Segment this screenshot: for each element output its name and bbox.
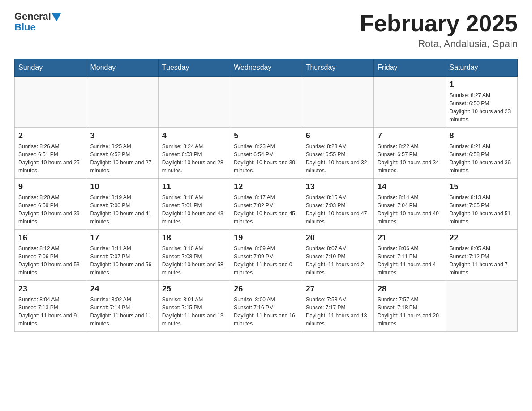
day-info: Sunrise: 8:23 AM Sunset: 6:54 PM Dayligh…: [234, 142, 298, 175]
day-of-week-header: Saturday: [446, 59, 517, 77]
calendar-cell: 28Sunrise: 7:57 AM Sunset: 7:18 PM Dayli…: [374, 281, 446, 332]
calendar-cell: 25Sunrise: 8:01 AM Sunset: 7:15 PM Dayli…: [158, 281, 230, 332]
day-info: Sunrise: 8:07 AM Sunset: 7:10 PM Dayligh…: [306, 244, 370, 277]
calendar-cell: 15Sunrise: 8:13 AM Sunset: 7:05 PM Dayli…: [446, 179, 517, 230]
calendar-cell: 13Sunrise: 8:15 AM Sunset: 7:03 PM Dayli…: [302, 179, 373, 230]
calendar-cell: [230, 77, 302, 128]
day-info: Sunrise: 8:20 AM Sunset: 6:59 PM Dayligh…: [18, 193, 82, 226]
day-info: Sunrise: 8:04 AM Sunset: 7:13 PM Dayligh…: [18, 295, 82, 328]
week-row: 23Sunrise: 8:04 AM Sunset: 7:13 PM Dayli…: [15, 281, 518, 332]
calendar-cell: 17Sunrise: 8:11 AM Sunset: 7:07 PM Dayli…: [86, 230, 158, 281]
day-number: 6: [306, 131, 370, 141]
day-number: 26: [234, 284, 298, 294]
day-number: 24: [90, 284, 154, 294]
day-number: 13: [306, 182, 370, 192]
calendar-cell: 10Sunrise: 8:19 AM Sunset: 7:00 PM Dayli…: [86, 179, 158, 230]
day-of-week-header: Wednesday: [230, 59, 302, 77]
calendar-cell: 2Sunrise: 8:26 AM Sunset: 6:51 PM Daylig…: [15, 128, 86, 179]
calendar-cell: 23Sunrise: 8:04 AM Sunset: 7:13 PM Dayli…: [15, 281, 86, 332]
day-info: Sunrise: 8:11 AM Sunset: 7:07 PM Dayligh…: [90, 244, 154, 277]
logo: General Blue: [14, 11, 61, 33]
day-number: 25: [162, 284, 226, 294]
title-area: February 2025 Rota, Andalusia, Spain: [360, 11, 518, 50]
day-info: Sunrise: 8:01 AM Sunset: 7:15 PM Dayligh…: [162, 295, 226, 328]
calendar-cell: 11Sunrise: 8:18 AM Sunset: 7:01 PM Dayli…: [158, 179, 230, 230]
day-info: Sunrise: 8:15 AM Sunset: 7:03 PM Dayligh…: [306, 193, 370, 226]
calendar-cell: 21Sunrise: 8:06 AM Sunset: 7:11 PM Dayli…: [374, 230, 446, 281]
day-info: Sunrise: 8:02 AM Sunset: 7:14 PM Dayligh…: [90, 295, 154, 328]
day-info: Sunrise: 8:17 AM Sunset: 7:02 PM Dayligh…: [234, 193, 298, 226]
day-number: 21: [378, 233, 442, 243]
day-number: 20: [306, 233, 370, 243]
week-row: 16Sunrise: 8:12 AM Sunset: 7:06 PM Dayli…: [15, 230, 518, 281]
day-info: Sunrise: 8:18 AM Sunset: 7:01 PM Dayligh…: [162, 193, 226, 226]
day-number: 22: [450, 233, 514, 243]
day-number: 4: [162, 131, 226, 141]
day-number: 2: [18, 131, 82, 141]
day-info: Sunrise: 8:25 AM Sunset: 6:52 PM Dayligh…: [90, 142, 154, 175]
day-number: 18: [162, 233, 226, 243]
calendar-cell: 24Sunrise: 8:02 AM Sunset: 7:14 PM Dayli…: [86, 281, 158, 332]
day-number: 7: [378, 131, 442, 141]
calendar-cell: 22Sunrise: 8:05 AM Sunset: 7:12 PM Dayli…: [446, 230, 517, 281]
calendar-cell: 26Sunrise: 8:00 AM Sunset: 7:16 PM Dayli…: [230, 281, 302, 332]
location-text: Rota, Andalusia, Spain: [360, 38, 518, 50]
calendar-cell: 6Sunrise: 8:23 AM Sunset: 6:55 PM Daylig…: [302, 128, 373, 179]
calendar-cell: 9Sunrise: 8:20 AM Sunset: 6:59 PM Daylig…: [15, 179, 86, 230]
day-number: 1: [450, 80, 514, 90]
day-of-week-header: Sunday: [15, 59, 86, 77]
week-row: 2Sunrise: 8:26 AM Sunset: 6:51 PM Daylig…: [15, 128, 518, 179]
day-info: Sunrise: 8:23 AM Sunset: 6:55 PM Dayligh…: [306, 142, 370, 175]
calendar-cell: 18Sunrise: 8:10 AM Sunset: 7:08 PM Dayli…: [158, 230, 230, 281]
day-info: Sunrise: 8:00 AM Sunset: 7:16 PM Dayligh…: [234, 295, 298, 328]
day-number: 15: [450, 182, 514, 192]
day-number: 23: [18, 284, 82, 294]
day-info: Sunrise: 8:09 AM Sunset: 7:09 PM Dayligh…: [234, 244, 298, 277]
calendar-cell: [302, 77, 373, 128]
day-of-week-header: Thursday: [302, 59, 373, 77]
day-number: 10: [90, 182, 154, 192]
day-number: 16: [18, 233, 82, 243]
day-info: Sunrise: 8:19 AM Sunset: 7:00 PM Dayligh…: [90, 193, 154, 226]
logo-blue-text: Blue: [14, 21, 36, 33]
day-info: Sunrise: 8:21 AM Sunset: 6:58 PM Dayligh…: [450, 142, 514, 175]
logo-arrow-icon: [52, 13, 61, 21]
day-number: 19: [234, 233, 298, 243]
day-number: 8: [450, 131, 514, 141]
calendar-cell: 19Sunrise: 8:09 AM Sunset: 7:09 PM Dayli…: [230, 230, 302, 281]
calendar-cell: 4Sunrise: 8:24 AM Sunset: 6:53 PM Daylig…: [158, 128, 230, 179]
calendar-cell: [86, 77, 158, 128]
day-number: 14: [378, 182, 442, 192]
calendar-table: SundayMondayTuesdayWednesdayThursdayFrid…: [14, 59, 518, 332]
day-of-week-header: Tuesday: [158, 59, 230, 77]
calendar-cell: 14Sunrise: 8:14 AM Sunset: 7:04 PM Dayli…: [374, 179, 446, 230]
calendar-cell: [446, 281, 517, 332]
day-info: Sunrise: 8:12 AM Sunset: 7:06 PM Dayligh…: [18, 244, 82, 277]
day-info: Sunrise: 8:13 AM Sunset: 7:05 PM Dayligh…: [450, 193, 514, 226]
day-info: Sunrise: 8:14 AM Sunset: 7:04 PM Dayligh…: [378, 193, 442, 226]
calendar-header: SundayMondayTuesdayWednesdayThursdayFrid…: [15, 59, 518, 77]
day-number: 5: [234, 131, 298, 141]
week-row: 9Sunrise: 8:20 AM Sunset: 6:59 PM Daylig…: [15, 179, 518, 230]
day-number: 11: [162, 182, 226, 192]
calendar-cell: 3Sunrise: 8:25 AM Sunset: 6:52 PM Daylig…: [86, 128, 158, 179]
calendar-cell: 5Sunrise: 8:23 AM Sunset: 6:54 PM Daylig…: [230, 128, 302, 179]
calendar-cell: 20Sunrise: 8:07 AM Sunset: 7:10 PM Dayli…: [302, 230, 373, 281]
day-info: Sunrise: 8:22 AM Sunset: 6:57 PM Dayligh…: [378, 142, 442, 175]
calendar-cell: [158, 77, 230, 128]
calendar-cell: 7Sunrise: 8:22 AM Sunset: 6:57 PM Daylig…: [374, 128, 446, 179]
day-number: 3: [90, 131, 154, 141]
day-info: Sunrise: 8:10 AM Sunset: 7:08 PM Dayligh…: [162, 244, 226, 277]
calendar-cell: 16Sunrise: 8:12 AM Sunset: 7:06 PM Dayli…: [15, 230, 86, 281]
day-of-week-header: Friday: [374, 59, 446, 77]
day-number: 9: [18, 182, 82, 192]
month-title: February 2025: [360, 11, 518, 36]
calendar-cell: 1Sunrise: 8:27 AM Sunset: 6:50 PM Daylig…: [446, 77, 517, 128]
calendar-cell: 27Sunrise: 7:58 AM Sunset: 7:17 PM Dayli…: [302, 281, 373, 332]
day-info: Sunrise: 7:57 AM Sunset: 7:18 PM Dayligh…: [378, 295, 442, 328]
day-info: Sunrise: 8:05 AM Sunset: 7:12 PM Dayligh…: [450, 244, 514, 277]
day-number: 17: [90, 233, 154, 243]
day-number: 28: [378, 284, 442, 294]
day-info: Sunrise: 8:27 AM Sunset: 6:50 PM Dayligh…: [450, 91, 514, 124]
week-row: 1Sunrise: 8:27 AM Sunset: 6:50 PM Daylig…: [15, 77, 518, 128]
